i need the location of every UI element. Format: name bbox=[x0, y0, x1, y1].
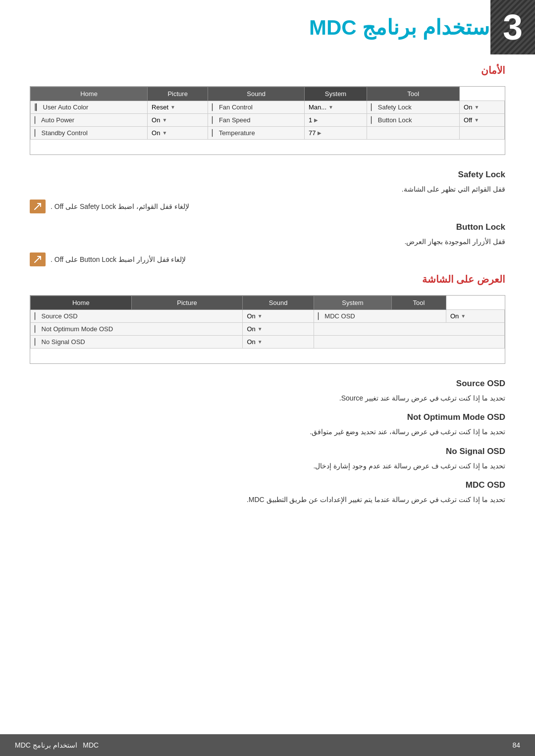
footer-label: MDC استخدام برنامج MDC bbox=[15, 741, 99, 749]
no-signal-title: No Signal OSD bbox=[30, 447, 505, 456]
table-row: ▏ Not Optimum Mode OSD On ▼ bbox=[31, 322, 505, 335]
not-optimum-label: ▏ Not Optimum Mode OSD bbox=[31, 322, 243, 335]
osd-ui-table: Home Picture Sound System Tool ▏ Source … bbox=[30, 296, 505, 349]
source-osd-label: ▏ Source OSD bbox=[31, 309, 243, 322]
mdc-osd-label: ▏ MDC OSD bbox=[314, 309, 446, 322]
source-osd-desc: تحديد ما إذا كنت ترغب في عرض رسالة عند ت… bbox=[30, 393, 505, 403]
no-signal-label: ▏ No Signal OSD bbox=[31, 335, 243, 348]
page-content: الأمان Home Picture Sound System Tool ▏ … bbox=[0, 54, 535, 550]
tab-tool[interactable]: Tool bbox=[367, 87, 460, 101]
no-signal-val[interactable]: On ▼ bbox=[243, 335, 314, 348]
safety-lock-desc: قفل القوائم التي تظهر على الشاشة. bbox=[30, 184, 505, 195]
fan-speed-val[interactable]: 1 ▶ bbox=[304, 114, 367, 127]
not-optimum-desc: تحديد ما إذا كنت ترغب في عرض رسالة، عند … bbox=[30, 426, 505, 437]
section2-heading: العرض على الشاشة bbox=[30, 273, 505, 285]
page-title: استخدام برنامج MDC bbox=[309, 15, 495, 40]
section1-heading: الأمان bbox=[30, 64, 505, 76]
mdc-osd-desc: تحديد ما إذا كنت ترغب في عرض رسالة عندما… bbox=[30, 494, 505, 505]
table2-header-row: Home Picture Sound System Tool bbox=[31, 296, 505, 309]
tab2-system[interactable]: System bbox=[314, 296, 391, 309]
button-lock-title: Button Lock bbox=[30, 222, 505, 232]
button-lock-note-row: لإلغاء قفل الأزرار اضبط Button Lock على … bbox=[30, 252, 505, 266]
mdc-osd-title: MDC OSD bbox=[30, 480, 505, 490]
button-lock-desc: قفل الأزرار الموجودة بجهاز العرض. bbox=[30, 236, 505, 247]
note-icon-safety bbox=[30, 200, 46, 213]
table-row: ▏ Source OSD On ▼ ▏ MDC OSD On bbox=[31, 309, 505, 322]
button-lock-note: لإلغاء قفل الأزرار اضبط Button Lock على … bbox=[51, 255, 186, 263]
chapter-number: 3 bbox=[490, 0, 535, 54]
auto-power-val[interactable]: On ▼ bbox=[148, 114, 208, 127]
fan-speed-label: ▏ Fan Speed bbox=[208, 114, 305, 127]
not-optimum-val[interactable]: On ▼ bbox=[243, 322, 314, 335]
button-lock-label: ▏ Button Lock bbox=[367, 114, 460, 127]
safety-lock-note: لإلغاء قفل القوائم، اضبط Safety Lock على… bbox=[51, 202, 189, 210]
footer-brand: MDC bbox=[83, 741, 99, 749]
table-row: ▏ Standby Control On ▼ ▏ Temperature 77 bbox=[31, 127, 505, 140]
empty-osd-1 bbox=[314, 322, 504, 335]
tab-picture[interactable]: Picture bbox=[148, 87, 208, 101]
table-row: ▏ Auto Power On ▼ ▏ Fan Speed 1 bbox=[31, 114, 505, 127]
temperature-val[interactable]: 77 ▶ bbox=[304, 127, 367, 140]
fan-control-label: ▏ Fan Control bbox=[208, 101, 305, 114]
note-icon-button bbox=[30, 252, 46, 266]
security-table: Home Picture Sound System Tool ▏ User Au… bbox=[30, 86, 505, 155]
fan-control-val[interactable]: Man... ▼ bbox=[304, 101, 367, 114]
source-osd-title: Source OSD bbox=[30, 379, 505, 389]
table-row: ▏ User Auto Color Reset ▼ ▏ Fan Control … bbox=[31, 101, 505, 114]
standby-control-label: ▏ Standby Control bbox=[31, 127, 148, 140]
empty-osd-2 bbox=[314, 335, 504, 348]
not-optimum-title: Not Optimum Mode OSD bbox=[30, 412, 505, 422]
user-auto-color-label: ▏ User Auto Color bbox=[31, 101, 148, 114]
tab-sound[interactable]: Sound bbox=[208, 87, 305, 101]
safety-lock-title: Safety Lock bbox=[30, 170, 505, 180]
mdc-osd-val[interactable]: On ▼ bbox=[446, 309, 504, 322]
empty-cell1 bbox=[367, 127, 460, 140]
temperature-label: ▏ Temperature bbox=[208, 127, 305, 140]
page-footer: MDC استخدام برنامج MDC 84 bbox=[0, 734, 535, 756]
no-signal-desc: تحديد ما إذا كنت ترغب ف عرض رسالة عند عد… bbox=[30, 460, 505, 471]
source-osd-val[interactable]: On ▼ bbox=[243, 309, 314, 322]
button-lock-val[interactable]: Off ▼ bbox=[460, 114, 505, 127]
tab-system[interactable]: System bbox=[304, 87, 367, 101]
osd-table: Home Picture Sound System Tool ▏ Source … bbox=[30, 295, 505, 364]
footer-text: استخدام برنامج MDC bbox=[15, 741, 77, 749]
tab2-home[interactable]: Home bbox=[31, 296, 132, 309]
tab2-sound[interactable]: Sound bbox=[243, 296, 314, 309]
table-header-row: Home Picture Sound System Tool bbox=[31, 87, 505, 101]
empty-cell2 bbox=[460, 127, 505, 140]
footer-page-number: 84 bbox=[512, 741, 520, 749]
safety-lock-val[interactable]: On ▼ bbox=[460, 101, 505, 114]
tab2-tool[interactable]: Tool bbox=[392, 296, 446, 309]
page-header: استخدام برنامج MDC 3 bbox=[0, 0, 535, 54]
safety-lock-label: ▏ Safety Lock bbox=[367, 101, 460, 114]
tab-home[interactable]: Home bbox=[31, 87, 148, 101]
standby-control-val[interactable]: On ▼ bbox=[148, 127, 208, 140]
user-auto-color-val[interactable]: Reset ▼ bbox=[148, 101, 208, 114]
security-ui-table: Home Picture Sound System Tool ▏ User Au… bbox=[30, 87, 505, 140]
tab2-picture[interactable]: Picture bbox=[131, 296, 243, 309]
auto-power-label: ▏ Auto Power bbox=[31, 114, 148, 127]
safety-lock-note-row: لإلغاء قفل القوائم، اضبط Safety Lock على… bbox=[30, 200, 505, 213]
table-row: ▏ No Signal OSD On ▼ bbox=[31, 335, 505, 348]
